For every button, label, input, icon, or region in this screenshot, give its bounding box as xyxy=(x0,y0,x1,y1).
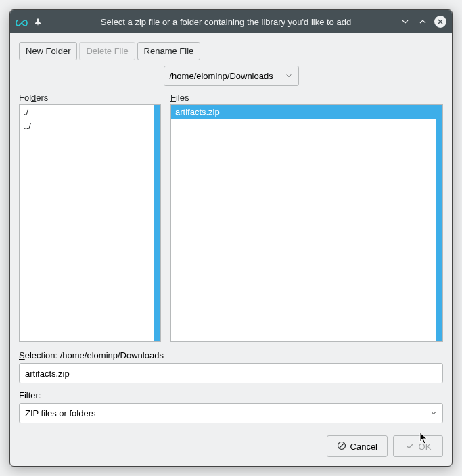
file-item[interactable]: artifacts.zip xyxy=(171,105,442,119)
files-listbox[interactable]: artifacts.zip xyxy=(170,104,443,342)
filter-combobox[interactable]: ZIP files or folders xyxy=(19,403,443,423)
filter-text: ZIP files or folders xyxy=(25,408,430,419)
minimize-button[interactable] xyxy=(399,16,411,28)
path-combobox[interactable]: /home/elominp/Downloads xyxy=(164,66,299,86)
panes: Folders ./ ../ Files artifacts.zip xyxy=(19,93,443,342)
arduino-icon xyxy=(16,18,26,25)
filter-row: Filter: ZIP files or folders xyxy=(19,390,443,423)
file-dialog-window: Select a zip file or a folder containing… xyxy=(9,9,453,467)
svg-line-1 xyxy=(339,443,344,448)
window-title: Select a zip file or a folder containing… xyxy=(57,17,395,27)
check-icon xyxy=(405,441,415,452)
maximize-button[interactable] xyxy=(417,16,429,28)
files-label: Files xyxy=(170,93,443,103)
filter-label: Filter: xyxy=(19,390,443,400)
toolbar: New Folder Delete File Rename File xyxy=(19,42,443,60)
folders-label: Folders xyxy=(19,93,161,103)
titlebar-right xyxy=(399,16,446,28)
scrollbar[interactable] xyxy=(436,105,442,341)
rename-file-button[interactable]: Rename File xyxy=(137,42,201,60)
folders-pane: Folders ./ ../ xyxy=(19,93,161,342)
path-text: /home/elominp/Downloads xyxy=(170,71,278,81)
cancel-button[interactable]: Cancel xyxy=(327,435,388,457)
files-pane: Files artifacts.zip xyxy=(170,93,443,342)
path-row: /home/elominp/Downloads xyxy=(19,66,443,86)
folder-item[interactable]: ../ xyxy=(20,119,160,133)
folders-listbox[interactable]: ./ ../ xyxy=(19,104,161,342)
new-folder-button[interactable]: New Folder xyxy=(19,42,77,60)
chevron-down-icon xyxy=(281,72,293,79)
cancel-icon xyxy=(337,441,346,452)
close-button[interactable] xyxy=(434,16,446,28)
ok-button[interactable]: OK xyxy=(393,435,443,457)
scrollbar[interactable] xyxy=(154,105,160,341)
pin-icon[interactable] xyxy=(33,17,43,26)
titlebar-left xyxy=(16,17,53,26)
chevron-down-icon xyxy=(430,408,437,419)
dialog-buttons: Cancel OK xyxy=(19,435,443,457)
titlebar: Select a zip file or a folder containing… xyxy=(10,10,452,33)
selection-label: Selection: /home/elominp/Downloads xyxy=(19,350,443,360)
selection-input[interactable] xyxy=(19,363,443,383)
delete-file-button: Delete File xyxy=(79,42,135,60)
selection-row: Selection: /home/elominp/Downloads xyxy=(19,350,443,383)
dialog-content: New Folder Delete File Rename File /home… xyxy=(10,33,452,466)
folder-item[interactable]: ./ xyxy=(20,105,160,119)
